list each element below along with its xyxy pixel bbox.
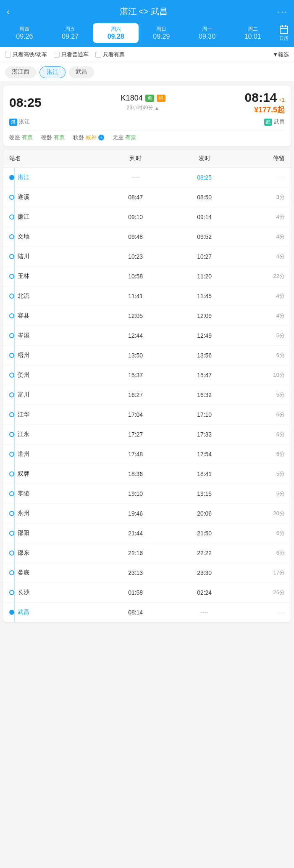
stop-duration-col: 6分 — [239, 411, 285, 418]
arrival-time-col: 01:58 — [101, 589, 170, 596]
filter-item-2[interactable]: 只看有票 — [95, 51, 125, 58]
station-name-col: 双牌 — [9, 470, 101, 478]
departure-time-col: 23:30 — [170, 569, 239, 576]
station-name: 文地 — [18, 233, 29, 241]
station-tab-1[interactable]: 湛江 — [39, 66, 66, 78]
date-item-09.30[interactable]: 周一09.30 — [184, 23, 230, 43]
table-row: 道州 17:48 17:54 6分 — [3, 445, 291, 464]
station-name-col: 邵阳 — [9, 529, 101, 537]
station-name: 岑溪 — [18, 332, 29, 339]
dep-station-badge: 湛 — [9, 119, 17, 126]
departure-time-col: 19:15 — [170, 490, 239, 497]
seat-type-0: 硬座 — [9, 134, 20, 141]
train-number: K1804 — [121, 94, 143, 103]
station-name: 邵东 — [18, 549, 29, 557]
departure-time-col: 21:50 — [170, 530, 239, 537]
station-tab-2[interactable]: 武昌 — [69, 66, 94, 78]
table-row: 玉林 10:58 11:20 22分 — [3, 267, 291, 286]
filter-checkbox-2[interactable] — [95, 52, 101, 58]
calendar-button[interactable]: 日历 — [276, 23, 292, 43]
station-name: 梧州 — [18, 352, 29, 359]
station-name-col: 长沙 — [9, 589, 101, 596]
arrival-plus-day: +1 — [278, 97, 285, 103]
filter-label-1: 只看普通车 — [61, 51, 89, 58]
timeline-dot — [9, 234, 14, 239]
departure-time-col: 11:20 — [170, 273, 239, 280]
station-name: 零陵 — [18, 490, 29, 498]
station-name-col: 富川 — [9, 391, 101, 399]
ticket-price: ¥177.5起 — [254, 106, 285, 114]
departure-time-col: 22:22 — [170, 550, 239, 556]
station-name: 江华 — [18, 411, 29, 418]
svg-rect-0 — [280, 26, 288, 34]
date-item-09.28[interactable]: 周六09.28 — [93, 23, 139, 43]
date-item-09.27[interactable]: 周五09.27 — [47, 23, 93, 43]
seat-status-3: 有票 — [125, 134, 136, 141]
departure-time-col: 15:47 — [170, 372, 239, 378]
date-item-10.01[interactable]: 周二10.01 — [230, 23, 276, 43]
station-tab-0[interactable]: 湛江西 — [5, 66, 36, 78]
table-row: 富川 16:27 16:32 5分 — [3, 385, 291, 405]
table-row: 永州 19:46 20:06 20分 — [3, 504, 291, 524]
stop-duration-col: 3分 — [239, 193, 285, 201]
station-name-col: 零陵 — [9, 490, 101, 498]
departure-time-col: 11:45 — [170, 293, 239, 299]
train-card[interactable]: 08:25 K1804 免 铺 23小时49分 ▲ 08:14 +1 ¥177.… — [3, 85, 291, 146]
station-name: 遂溪 — [18, 193, 29, 201]
station-name-col: 湛江 — [9, 174, 101, 181]
table-row: 遂溪 08:47 08:50 3分 — [3, 188, 291, 207]
station-name: 江永 — [18, 431, 29, 438]
seat-status-1: 有票 — [54, 134, 65, 141]
station-name: 玉林 — [18, 273, 29, 280]
departure-time-col: 12:09 — [170, 312, 239, 319]
station-name: 富川 — [18, 391, 29, 399]
departure-time-col: 17:10 — [170, 411, 239, 418]
seat-type-1: 硬卧 — [41, 134, 52, 141]
stop-duration-col: 4分 — [239, 312, 285, 320]
station-name: 陆川 — [18, 253, 29, 260]
table-row: 江华 17:04 17:10 6分 — [3, 405, 291, 425]
filter-label-0: 只看高铁/动车 — [13, 51, 47, 58]
advanced-filter-button[interactable]: ▼筛选 — [273, 51, 289, 58]
badge-berth: 铺 — [157, 95, 165, 102]
filter-item-1[interactable]: 只看普通车 — [54, 51, 89, 58]
timeline-dot — [9, 412, 14, 417]
table-row: 岑溪 12:44 12:49 5分 — [3, 326, 291, 346]
back-button[interactable]: ‹ — [7, 7, 10, 16]
timeline-dot — [9, 511, 14, 516]
station-name-col: 武昌 — [9, 609, 101, 616]
date-item-09.26[interactable]: 周四09.26 — [2, 23, 47, 43]
stop-duration-col: 22分 — [239, 273, 285, 280]
table-row: 梧州 13:50 13:56 6分 — [3, 346, 291, 365]
arrival-time-col: 17:48 — [101, 451, 170, 458]
departure-time-col: 02:24 — [170, 589, 239, 596]
station-name-col: 陆川 — [9, 253, 101, 260]
timeline-dot — [9, 333, 14, 338]
station-name: 邵阳 — [18, 529, 29, 537]
stop-duration-col: ---- — [239, 175, 285, 181]
stop-duration-col: 6分 — [239, 352, 285, 359]
station-name-col: 道州 — [9, 450, 101, 458]
seat-item-0: 硬座有票 — [9, 134, 33, 141]
departure-time-col: 17:33 — [170, 431, 239, 438]
more-button[interactable]: ··· — [278, 7, 287, 16]
filter-checkbox-0[interactable] — [5, 52, 11, 58]
departure-time-col: 13:56 — [170, 352, 239, 359]
timeline-dot — [9, 452, 14, 457]
table-row: 零陵 19:10 19:15 5分 — [3, 484, 291, 504]
station-name: 廉江 — [18, 213, 29, 221]
departure-time-col: 16:32 — [170, 392, 239, 398]
date-bar: 周四09.26周五09.27周六09.28周日09.29周一09.30周二10.… — [0, 23, 294, 47]
timeline-dot — [9, 214, 14, 220]
station-tabs: 湛江西湛江武昌 — [0, 63, 294, 82]
date-item-09.29[interactable]: 周日09.29 — [139, 23, 184, 43]
arrival-time-col: 16:27 — [101, 392, 170, 398]
arr-station-name: 武昌 — [274, 118, 285, 126]
station-rows: 湛江 ---- 08:25 ---- 遂溪 08:47 08:50 3分 廉江 … — [3, 168, 291, 622]
filter-item-0[interactable]: 只看高铁/动车 — [5, 51, 47, 58]
seat-status-0: 有票 — [22, 134, 33, 141]
timeline-dot — [9, 254, 14, 259]
arrival-time-col: 09:10 — [101, 214, 170, 220]
filter-checkbox-1[interactable] — [54, 52, 60, 58]
stop-duration-col: 4分 — [239, 213, 285, 221]
